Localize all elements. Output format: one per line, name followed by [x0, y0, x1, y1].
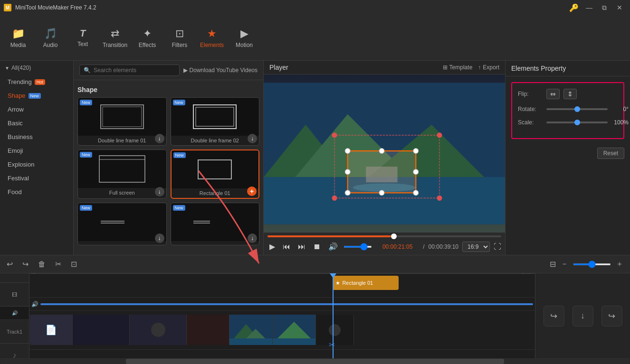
download-button[interactable]: ↓ — [248, 134, 257, 143]
zoom-slider[interactable] — [573, 263, 611, 265]
element-card-shape-05[interactable]: New ↓ — [77, 203, 167, 245]
flip-row: Flip: ⇔ ⇕ — [518, 89, 618, 99]
festival-label: Festival — [8, 175, 29, 182]
redo-button[interactable]: ↪ — [19, 258, 31, 271]
download-button[interactable]: ↓ — [155, 233, 164, 243]
scale-slider[interactable] — [546, 121, 608, 123]
element-card-full-screen[interactable]: New ↓ Full screen — [77, 149, 167, 199]
timeline-element-rectangle[interactable]: ★ Rectangle 01 — [333, 276, 398, 290]
elements-label: Elements — [200, 42, 224, 48]
export-button[interactable]: ↑ Export — [478, 64, 499, 71]
sidebar-item-food[interactable]: Food — [0, 185, 73, 199]
minimize-button[interactable]: — — [582, 3, 596, 12]
play-button[interactable]: ▶ — [267, 241, 277, 252]
crop-button[interactable]: ⊡ — [68, 258, 80, 271]
element-card-dbl-frame-02[interactable]: New ↓ Double line frame 02 — [171, 97, 260, 146]
svg-rect-6 — [198, 160, 231, 179]
media-icon: 📁 — [12, 28, 25, 40]
svg-point-22 — [413, 190, 419, 196]
business-label: Business — [8, 133, 33, 140]
download-youtube-button[interactable]: ▶ Download YouTube Videos — [183, 67, 258, 74]
flip-vertical-button[interactable]: ⇕ — [563, 89, 577, 99]
toolbar-transition[interactable]: ⇄ Transition — [99, 19, 131, 57]
trending-label: Trending — [8, 78, 32, 85]
reset-button[interactable]: Reset — [597, 148, 624, 159]
youtube-icon: ▶ — [183, 67, 188, 74]
restore-button[interactable]: ⧉ — [598, 3, 611, 12]
arrow-label: Arrow — [8, 106, 24, 113]
cut-button[interactable]: ✂ — [52, 258, 64, 271]
sidebar-item-business[interactable]: Business — [0, 130, 73, 144]
emoji-label: Emoji — [8, 147, 23, 154]
new-badge: New — [80, 205, 92, 211]
add-button[interactable]: + — [247, 187, 257, 196]
video-thumb-5 — [229, 315, 273, 345]
element-star-icon: ★ — [335, 280, 340, 286]
svg-rect-0 — [101, 105, 143, 129]
element-card-shape-06[interactable]: New ↓ — [171, 203, 260, 245]
new-badge: New — [173, 100, 185, 105]
svg-point-19 — [345, 148, 350, 153]
filters-icon: ⊡ — [175, 28, 184, 40]
sidebar-item-emoji[interactable]: Emoji — [0, 144, 73, 158]
player-controls: ▶ ⏮ ⏭ ⏹ 🔊 00:00:21:05 / 00:00:39:10 16:9… — [264, 233, 505, 255]
close-button[interactable]: ✕ — [613, 3, 626, 12]
rotate-slider[interactable] — [546, 108, 608, 110]
toolbar-filters[interactable]: ⊡ Filters — [163, 19, 196, 57]
download-button[interactable]: ↓ — [155, 187, 164, 196]
svg-rect-3 — [196, 107, 234, 126]
toolbar-text[interactable]: T Text — [67, 19, 99, 57]
progress-thumb — [391, 233, 397, 239]
rotate-row: Rotate: 0° — [518, 106, 618, 112]
sidebar-item-shape[interactable]: Shape New — [0, 89, 73, 103]
download-button[interactable]: ↓ — [155, 134, 164, 143]
element-card-dbl-frame-01[interactable]: New ↓ Double line frame 01 — [77, 97, 167, 146]
progress-bar[interactable] — [267, 235, 501, 237]
audio-label: Audio — [43, 42, 58, 48]
scale-row: Scale: 100% — [518, 119, 618, 126]
toolbar-effects[interactable]: ✦ Effects — [131, 19, 163, 57]
zoom-out-button[interactable]: － — [558, 258, 571, 270]
aspect-ratio-select[interactable]: 16:9 4:3 1:1 — [462, 242, 490, 252]
toolbar-media[interactable]: 📁 Media — [2, 19, 34, 57]
zoom-in-button[interactable]: ＋ — [613, 258, 626, 270]
sidebar-item-arrow[interactable]: Arrow — [0, 103, 73, 116]
search-input[interactable] — [94, 67, 175, 74]
svg-point-30 — [437, 196, 442, 201]
new-badge: New — [173, 205, 185, 211]
progress-fill — [267, 235, 394, 237]
search-box[interactable]: 🔍 — [79, 65, 180, 76]
transition-icon: ⇄ — [111, 28, 119, 40]
volume-slider[interactable] — [344, 246, 372, 248]
delete-button[interactable]: 🗑 — [35, 258, 48, 271]
left-section-header[interactable]: ▼ All(420) — [0, 61, 73, 75]
svg-point-20 — [413, 148, 419, 153]
next-button[interactable]: ⏭ — [296, 242, 307, 252]
side-ctrl-2[interactable]: ↓ — [573, 306, 593, 327]
element-card-rectangle-01[interactable]: New + Rectangle 01 — [171, 149, 260, 199]
undo-button[interactable]: ↩ — [4, 258, 16, 271]
volume-button[interactable]: 🔊 — [326, 241, 340, 252]
sidebar-item-basic[interactable]: Basic — [0, 116, 73, 130]
sidebar-item-explosion[interactable]: Explosion — [0, 158, 73, 171]
sidebar-item-trending[interactable]: Trending Hot — [0, 75, 73, 89]
toolbar-motion[interactable]: ▶ Motion — [228, 19, 260, 57]
side-ctrl-3[interactable]: ↪ — [601, 306, 622, 327]
text-label: Text — [77, 41, 88, 47]
toolbar-elements[interactable]: ★ Elements — [196, 19, 228, 57]
stop-button[interactable]: ⏹ — [311, 242, 323, 252]
flip-horizontal-button[interactable]: ⇔ — [546, 89, 560, 99]
sidebar-item-festival[interactable]: Festival — [0, 171, 73, 185]
side-ctrl-1[interactable]: ↪ — [544, 306, 564, 327]
download-button[interactable]: ↓ — [248, 233, 257, 243]
prev-button[interactable]: ⏮ — [281, 242, 292, 252]
toolbar-audio[interactable]: 🎵 Audio — [34, 19, 67, 57]
svg-point-26 — [413, 169, 419, 175]
video-thumb-1: 📄 — [30, 315, 73, 345]
template-button[interactable]: ⊞ Template — [443, 64, 473, 71]
music-track-row — [29, 350, 535, 358]
current-time: 00:00:21:05 — [376, 243, 419, 250]
app-icon: M — [4, 4, 11, 11]
timeline-hscroll[interactable] — [0, 358, 630, 364]
fullscreen-button[interactable]: ⛶ — [494, 243, 501, 251]
